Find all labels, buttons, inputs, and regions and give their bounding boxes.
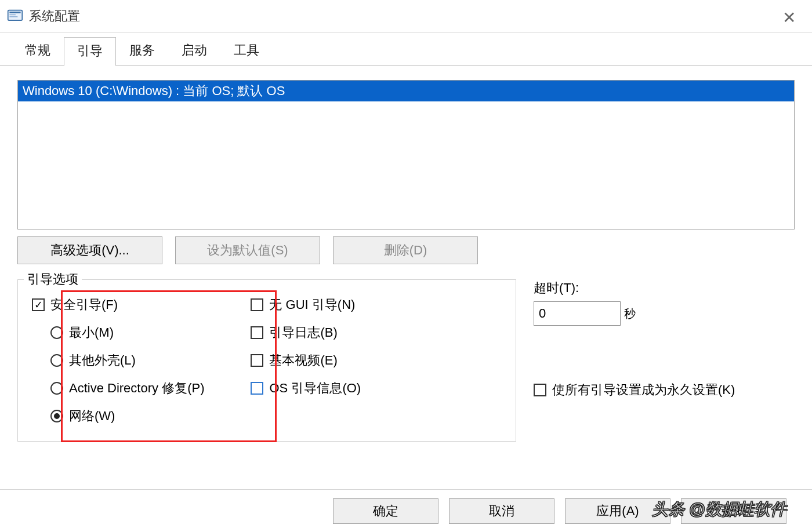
svg-rect-1 [9, 12, 20, 13]
basevideo-label: 基本视频(E) [269, 352, 337, 369]
radio-network[interactable]: 网络(W) [50, 407, 204, 425]
tab-services[interactable]: 服务 [116, 37, 168, 65]
tab-content: Windows 10 (C:\Windows) : 当前 OS; 默认 OS 高… [0, 66, 812, 442]
radio-icon [50, 382, 63, 395]
set-default-button: 设为默认值(S) [175, 236, 320, 264]
help-button[interactable]: 帮助 [681, 498, 786, 524]
make-permanent-label: 使所有引导设置成为永久设置(K) [552, 381, 735, 399]
radio-minimal[interactable]: 最小(M) [50, 324, 204, 341]
advanced-options-button[interactable]: 高级选项(V)... [17, 236, 162, 264]
basevideo-checkbox[interactable]: 基本视频(E) [251, 352, 361, 369]
timeout-unit: 秒 [624, 306, 636, 322]
apply-button[interactable]: 应用(A) [565, 498, 670, 524]
delete-button: 删除(D) [333, 236, 478, 264]
msconfig-icon [7, 8, 23, 24]
tab-tools[interactable]: 工具 [220, 37, 273, 65]
tab-boot[interactable]: 引导 [64, 37, 116, 66]
radio-adrepair-label: Active Directory 修复(P) [69, 380, 204, 397]
ok-button[interactable]: 确定 [333, 498, 438, 524]
checkbox-icon [251, 354, 263, 367]
boot-options-group: 引导选项 ✓ 安全引导(F) 最小(M) 其他外壳(L) [17, 279, 516, 442]
radio-network-label: 网络(W) [69, 407, 115, 425]
make-permanent-checkbox[interactable]: 使所有引导设置成为永久设置(K) [534, 381, 795, 399]
radio-icon [50, 354, 63, 367]
osbootinfo-label: OS 引导信息(O) [269, 380, 361, 397]
os-list-item[interactable]: Windows 10 (C:\Windows) : 当前 OS; 默认 OS [18, 81, 794, 101]
timeout-input[interactable] [534, 301, 621, 326]
window-title: 系统配置 [29, 8, 80, 25]
timeout-pane: 超时(T): 秒 使所有引导设置成为永久设置(K) [534, 279, 795, 442]
nogui-label: 无 GUI 引导(N) [269, 296, 355, 314]
nogui-checkbox[interactable]: 无 GUI 引导(N) [251, 296, 361, 314]
tab-strip: 常规 引导 服务 启动 工具 [0, 32, 812, 66]
osbootinfo-checkbox[interactable]: OS 引导信息(O) [251, 380, 361, 397]
svg-rect-2 [9, 14, 16, 15]
bootlog-checkbox[interactable]: 引导日志(B) [251, 324, 361, 341]
title-bar: 系统配置 ✕ [0, 0, 812, 32]
cancel-button[interactable]: 取消 [449, 498, 554, 524]
radio-altshell-label: 其他外壳(L) [69, 352, 136, 369]
checkbox-icon [251, 326, 263, 339]
close-icon[interactable]: ✕ [782, 8, 796, 27]
bootlog-label: 引导日志(B) [269, 324, 337, 341]
timeout-label: 超时(T): [534, 279, 795, 297]
checkbox-icon [534, 384, 546, 396]
safeboot-label: 安全引导(F) [50, 296, 118, 314]
checkmark-icon: ✓ [32, 298, 45, 311]
checkbox-icon [251, 382, 263, 395]
svg-rect-3 [9, 16, 17, 17]
safeboot-checkbox[interactable]: ✓ 安全引导(F) [32, 296, 204, 314]
radio-adrepair[interactable]: Active Directory 修复(P) [50, 380, 204, 397]
radio-minimal-label: 最小(M) [69, 324, 114, 341]
tab-startup[interactable]: 启动 [168, 37, 220, 65]
os-listbox[interactable]: Windows 10 (C:\Windows) : 当前 OS; 默认 OS [17, 80, 795, 229]
boot-options-legend: 引导选项 [24, 271, 82, 288]
radio-icon [50, 410, 63, 422]
radio-icon [50, 326, 63, 339]
boot-toolbar: 高级选项(V)... 设为默认值(S) 删除(D) [17, 236, 795, 264]
checkbox-icon [251, 298, 263, 311]
radio-altshell[interactable]: 其他外壳(L) [50, 352, 204, 369]
dialog-footer: 确定 取消 应用(A) 帮助 [0, 489, 812, 532]
tab-general[interactable]: 常规 [12, 37, 64, 65]
